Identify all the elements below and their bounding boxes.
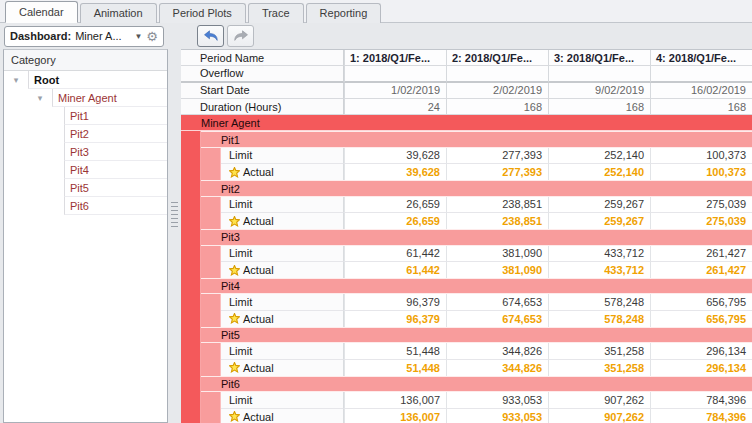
- chevron-down-icon[interactable]: ▼: [134, 32, 142, 41]
- pit-band-pit6[interactable]: Pit6: [201, 376, 752, 392]
- limit-cell[interactable]: 351,258: [548, 343, 650, 359]
- limit-cell[interactable]: 261,427: [650, 246, 752, 262]
- period-column-header[interactable]: 1: 2018/Q1/Fe...: [344, 50, 446, 66]
- cell-overflow[interactable]: [548, 66, 650, 82]
- group-indent-band: [181, 409, 201, 423]
- tree-item-pit2[interactable]: Pit2: [4, 125, 167, 143]
- cell-start-date[interactable]: 16/02/2019: [650, 83, 752, 99]
- limit-cell[interactable]: 344,826: [446, 343, 548, 359]
- cell-duration-hours[interactable]: 24: [344, 99, 446, 115]
- period-column-header[interactable]: 3: 2018/Q1/Fe...: [548, 50, 650, 66]
- table-row-pit5: Pit5: [181, 327, 752, 343]
- limit-cell[interactable]: 907,262: [548, 392, 650, 408]
- actual-cell[interactable]: 39,628: [344, 164, 446, 180]
- actual-cell[interactable]: 656,795: [650, 311, 752, 327]
- cell-overflow[interactable]: [446, 66, 548, 82]
- collapse-arrow-icon[interactable]: ▾: [4, 71, 28, 89]
- cell-duration-hours[interactable]: 168: [446, 99, 548, 115]
- collapse-arrow-icon[interactable]: ▾: [28, 89, 52, 107]
- actual-cell[interactable]: 26,659: [344, 213, 446, 229]
- period-column-header[interactable]: 2: 2018/Q1/Fe...: [446, 50, 548, 66]
- actual-cell[interactable]: 907,262: [548, 409, 650, 423]
- undo-button[interactable]: [197, 25, 224, 47]
- actual-cell[interactable]: 674,653: [446, 311, 548, 327]
- limit-cell[interactable]: 26,659: [344, 197, 446, 213]
- limit-cell[interactable]: 100,373: [650, 148, 752, 164]
- pit-indent-band: [201, 294, 221, 310]
- group-band-miner-agent[interactable]: Miner Agent: [181, 115, 752, 131]
- cell-start-date[interactable]: 2/02/2019: [446, 83, 548, 99]
- tree-item-pit5[interactable]: Pit5: [4, 179, 167, 197]
- tree-item-miner-agent[interactable]: ▾Miner Agent: [4, 89, 167, 107]
- limit-cell[interactable]: 784,396: [650, 392, 752, 408]
- actual-cell[interactable]: 100,373: [650, 164, 752, 180]
- limit-cell[interactable]: 238,851: [446, 197, 548, 213]
- limit-cell[interactable]: 277,393: [446, 148, 548, 164]
- redo-button[interactable]: [227, 25, 254, 47]
- actual-cell[interactable]: 51,448: [344, 360, 446, 376]
- limit-cell[interactable]: 275,039: [650, 197, 752, 213]
- tab-period-plots[interactable]: Period Plots: [159, 3, 246, 23]
- limit-cell[interactable]: 96,379: [344, 294, 446, 310]
- limit-cell[interactable]: 296,134: [650, 343, 752, 359]
- cell-start-date[interactable]: 1/02/2019: [344, 83, 446, 99]
- actual-cell[interactable]: 433,712: [548, 262, 650, 278]
- cell-duration-hours[interactable]: 168: [650, 99, 752, 115]
- pit-band-pit2[interactable]: Pit2: [201, 180, 752, 196]
- actual-cell[interactable]: 275,039: [650, 213, 752, 229]
- tree-item-pit4[interactable]: Pit4: [4, 161, 167, 179]
- cell-duration-hours[interactable]: 168: [548, 99, 650, 115]
- dashboard-selector[interactable]: Dashboard: Miner A... ▼ ⚙: [4, 26, 164, 47]
- tab-calendar[interactable]: Calendar: [5, 1, 78, 23]
- pit-band-pit3[interactable]: Pit3: [201, 229, 752, 245]
- actual-cell[interactable]: 61,442: [344, 262, 446, 278]
- actual-cell[interactable]: 277,393: [446, 164, 548, 180]
- cell-overflow[interactable]: [344, 66, 446, 82]
- actual-cell[interactable]: 381,090: [446, 262, 548, 278]
- pit-band-pit1[interactable]: Pit1: [201, 131, 752, 147]
- actual-cell[interactable]: 578,248: [548, 311, 650, 327]
- table-row-pit1-limit: Limit39,628277,393252,140100,373: [181, 148, 752, 164]
- table-row-start-date: Start Date1/02/20192/02/20199/02/201916/…: [181, 83, 752, 99]
- actual-cell[interactable]: 259,267: [548, 213, 650, 229]
- tab-reporting[interactable]: Reporting: [306, 3, 382, 23]
- panel-splitter[interactable]: [168, 49, 181, 423]
- tree-item-pit1[interactable]: Pit1: [4, 107, 167, 125]
- limit-cell[interactable]: 136,007: [344, 392, 446, 408]
- limit-cell[interactable]: 656,795: [650, 294, 752, 310]
- limit-cell[interactable]: 252,140: [548, 148, 650, 164]
- period-column-header[interactable]: 4: 2018/Q1/Fe...: [650, 50, 752, 66]
- limit-cell[interactable]: 933,053: [446, 392, 548, 408]
- cell-overflow[interactable]: [650, 66, 752, 82]
- tree-item-root[interactable]: ▾Root: [4, 71, 167, 89]
- cell-start-date[interactable]: 9/02/2019: [548, 83, 650, 99]
- tree-item-pit3[interactable]: Pit3: [4, 143, 167, 161]
- limit-cell[interactable]: 39,628: [344, 148, 446, 164]
- group-indent-band: [181, 392, 201, 408]
- actual-cell[interactable]: 296,134: [650, 360, 752, 376]
- actual-cell[interactable]: 784,396: [650, 409, 752, 423]
- tab-animation[interactable]: Animation: [80, 3, 157, 23]
- actual-cell[interactable]: 252,140: [548, 164, 650, 180]
- actual-cell[interactable]: 261,427: [650, 262, 752, 278]
- gear-icon[interactable]: ⚙: [146, 30, 158, 43]
- limit-cell[interactable]: 433,712: [548, 246, 650, 262]
- limit-cell[interactable]: 578,248: [548, 294, 650, 310]
- tree-item-pit6[interactable]: Pit6: [4, 197, 167, 215]
- limit-cell[interactable]: 381,090: [446, 246, 548, 262]
- actual-cell[interactable]: 344,826: [446, 360, 548, 376]
- actual-cell[interactable]: 351,258: [548, 360, 650, 376]
- tab-trace[interactable]: Trace: [248, 3, 304, 23]
- pit-band-pit5[interactable]: Pit5: [201, 327, 752, 343]
- pit-band-pit4[interactable]: Pit4: [201, 278, 752, 294]
- actual-cell[interactable]: 96,379: [344, 311, 446, 327]
- actual-cell[interactable]: 238,851: [446, 213, 548, 229]
- tree-item-label: Pit5: [64, 179, 167, 197]
- limit-cell[interactable]: 61,442: [344, 246, 446, 262]
- tree-indent: [52, 161, 64, 179]
- actual-cell[interactable]: 136,007: [344, 409, 446, 423]
- actual-cell[interactable]: 933,053: [446, 409, 548, 423]
- limit-cell[interactable]: 259,267: [548, 197, 650, 213]
- limit-cell[interactable]: 674,653: [446, 294, 548, 310]
- limit-cell[interactable]: 51,448: [344, 343, 446, 359]
